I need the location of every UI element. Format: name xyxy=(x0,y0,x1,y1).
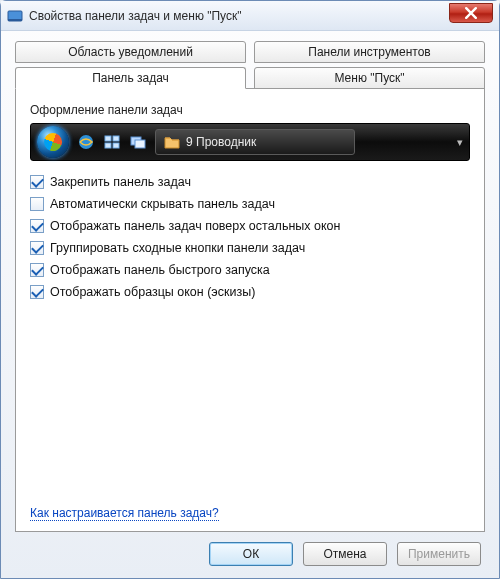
tabpanel-taskbar: Оформление панели задач xyxy=(15,88,485,532)
taskbar-preview: 9 Проводник ▾ xyxy=(30,123,470,161)
close-button[interactable] xyxy=(449,3,493,23)
tab-notification-area[interactable]: Область уведомлений xyxy=(15,41,246,63)
options-list: Закрепить панель задач Автоматически скр… xyxy=(30,175,470,299)
group-label-appearance: Оформление панели задач xyxy=(30,103,470,117)
option-label: Отображать панель задач поверх остальных… xyxy=(50,219,340,233)
dialog-button-row: ОК Отмена Применить xyxy=(15,532,485,570)
switch-windows-icon xyxy=(129,133,147,151)
client-area: Область уведомлений Панели инструментов … xyxy=(1,31,499,578)
option-label: Группировать сходные кнопки панели задач xyxy=(50,241,305,255)
checkbox-group[interactable] xyxy=(30,241,44,255)
tabstrip: Область уведомлений Панели инструментов … xyxy=(15,41,485,89)
app-icon xyxy=(7,8,23,24)
option-label: Отображать панель быстрого запуска xyxy=(50,263,270,277)
option-lock-taskbar[interactable]: Закрепить панель задач xyxy=(30,175,470,189)
start-orb-icon xyxy=(37,126,69,158)
window-title: Свойства панели задач и меню "Пуск" xyxy=(29,9,242,23)
option-autohide[interactable]: Автоматически скрывать панель задач xyxy=(30,197,470,211)
checkbox-autohide[interactable] xyxy=(30,197,44,211)
svg-rect-3 xyxy=(105,136,111,141)
svg-rect-5 xyxy=(105,143,111,148)
folder-icon xyxy=(164,135,180,149)
show-desktop-icon xyxy=(103,133,121,151)
option-thumbnails[interactable]: Отображать образцы окон (эскизы) xyxy=(30,285,470,299)
svg-rect-4 xyxy=(113,136,119,141)
titlebar: Свойства панели задач и меню "Пуск" xyxy=(1,1,499,31)
option-on-top[interactable]: Отображать панель задач поверх остальных… xyxy=(30,219,470,233)
apply-button[interactable]: Применить xyxy=(397,542,481,566)
taskbar-task-explorer: 9 Проводник xyxy=(155,129,355,155)
ok-button[interactable]: ОК xyxy=(209,542,293,566)
checkbox-lock[interactable] xyxy=(30,175,44,189)
option-label: Закрепить панель задач xyxy=(50,175,191,189)
option-label: Автоматически скрывать панель задач xyxy=(50,197,275,211)
svg-point-2 xyxy=(79,135,93,149)
option-group[interactable]: Группировать сходные кнопки панели задач xyxy=(30,241,470,255)
option-quicklaunch[interactable]: Отображать панель быстрого запуска xyxy=(30,263,470,277)
properties-dialog: Свойства панели задач и меню "Пуск" Обла… xyxy=(0,0,500,579)
option-label: Отображать образцы окон (эскизы) xyxy=(50,285,255,299)
checkbox-thumbnails[interactable] xyxy=(30,285,44,299)
checkbox-quicklaunch[interactable] xyxy=(30,263,44,277)
tab-toolbars[interactable]: Панели инструментов xyxy=(254,41,485,63)
svg-rect-8 xyxy=(135,140,145,148)
tray-chevron-icon: ▾ xyxy=(457,136,463,149)
ie-icon xyxy=(77,133,95,151)
svg-rect-1 xyxy=(8,19,22,21)
tab-taskbar[interactable]: Панель задач xyxy=(15,67,246,89)
help-link[interactable]: Как настраивается панель задач? xyxy=(30,506,219,521)
svg-rect-6 xyxy=(113,143,119,148)
taskbar-task-label: 9 Проводник xyxy=(186,135,256,149)
tab-start-menu[interactable]: Меню "Пуск" xyxy=(254,67,485,89)
checkbox-on-top[interactable] xyxy=(30,219,44,233)
cancel-button[interactable]: Отмена xyxy=(303,542,387,566)
